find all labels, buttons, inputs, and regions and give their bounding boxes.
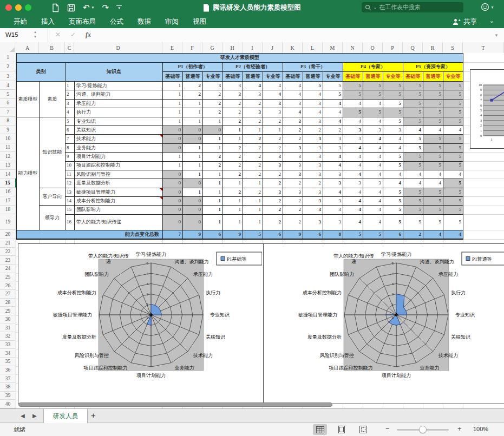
- value-cell[interactable]: 3: [323, 214, 343, 230]
- value-cell[interactable]: 0: [163, 197, 183, 206]
- value-cell[interactable]: 1: [183, 99, 203, 108]
- row-number-cell[interactable]: 1: [66, 82, 75, 90]
- value-cell[interactable]: 5: [383, 108, 403, 117]
- total-value-cell[interactable]: 9: [183, 230, 203, 239]
- value-cell[interactable]: 1: [163, 90, 183, 99]
- value-cell[interactable]: 2: [243, 99, 263, 108]
- zoom-in-icon[interactable]: +: [457, 425, 462, 433]
- value-cell[interactable]: 0: [163, 206, 183, 214]
- value-cell[interactable]: 2: [223, 170, 243, 179]
- value-cell[interactable]: 0: [163, 135, 183, 143]
- row-header-5[interactable]: 5: [0, 90, 16, 98]
- enter-formula-icon[interactable]: ✓: [70, 31, 76, 38]
- value-cell[interactable]: 4: [343, 143, 363, 152]
- value-cell[interactable]: 1: [203, 117, 223, 125]
- value-cell[interactable]: 3: [323, 170, 343, 179]
- value-cell[interactable]: 4: [403, 170, 423, 179]
- value-cell[interactable]: 5: [403, 153, 423, 161]
- knowledge-point-label[interactable]: 专业知识: [75, 117, 163, 125]
- row-header-23[interactable]: 23: [0, 256, 16, 265]
- value-cell[interactable]: 5: [383, 82, 403, 90]
- row-number-cell[interactable]: 7: [66, 135, 75, 143]
- row-number-cell[interactable]: 9: [66, 153, 75, 161]
- column-header-S[interactable]: S: [443, 42, 463, 53]
- value-cell[interactable]: 1: [223, 206, 243, 214]
- value-cell[interactable]: 2: [223, 117, 243, 125]
- value-cell[interactable]: 5: [443, 135, 463, 143]
- row-number-cell[interactable]: 16: [66, 214, 75, 230]
- value-cell[interactable]: 0: [163, 125, 183, 134]
- value-cell[interactable]: 5: [423, 135, 443, 143]
- value-cell[interactable]: 2: [183, 82, 203, 90]
- value-cell[interactable]: 1: [203, 179, 223, 188]
- value-cell[interactable]: 5: [443, 188, 463, 196]
- value-cell[interactable]: 3: [303, 135, 323, 143]
- value-cell[interactable]: 3: [303, 99, 323, 108]
- value-cell[interactable]: 2: [223, 161, 243, 170]
- knowledge-point-label[interactable]: 风险识别与管控: [75, 170, 163, 179]
- prev-sheet-arrow[interactable]: ◀: [21, 413, 25, 419]
- value-cell[interactable]: 4: [363, 197, 383, 206]
- value-cell[interactable]: 2: [263, 135, 283, 143]
- add-sheet-button[interactable]: +: [91, 411, 96, 420]
- sublevel-header[interactable]: 普通等: [303, 72, 323, 82]
- value-cell[interactable]: 4: [363, 117, 383, 125]
- ribbon-tab-6[interactable]: 审阅: [158, 15, 186, 28]
- value-cell[interactable]: 4: [283, 90, 303, 99]
- value-cell[interactable]: 5: [343, 90, 363, 99]
- value-cell[interactable]: 5: [343, 108, 363, 117]
- value-cell[interactable]: 4: [383, 170, 403, 179]
- value-cell[interactable]: 5: [323, 82, 343, 90]
- value-cell[interactable]: 2: [203, 153, 223, 161]
- row-header-30[interactable]: 30: [0, 315, 16, 324]
- value-cell[interactable]: 5: [403, 90, 423, 99]
- value-cell[interactable]: 5: [443, 197, 463, 206]
- column-header-B[interactable]: B: [39, 42, 65, 53]
- row-header-16[interactable]: 16: [0, 188, 16, 196]
- value-cell[interactable]: 1: [243, 214, 263, 230]
- row-header-35[interactable]: 35: [0, 358, 16, 366]
- value-cell[interactable]: 3: [343, 125, 363, 134]
- value-cell[interactable]: 5: [443, 206, 463, 214]
- row-header-37[interactable]: 37: [0, 374, 16, 383]
- row-number-cell[interactable]: 8: [66, 143, 75, 152]
- total-value-cell[interactable]: 4: [423, 230, 443, 239]
- total-value-cell[interactable]: 6: [383, 230, 403, 239]
- value-cell[interactable]: 2: [283, 179, 303, 188]
- value-cell[interactable]: 2: [223, 143, 243, 152]
- value-cell[interactable]: 3: [323, 179, 343, 188]
- value-cell[interactable]: 2: [243, 143, 263, 152]
- value-cell[interactable]: 3: [263, 108, 283, 117]
- level-header-2[interactable]: P2（有经验者）: [223, 63, 283, 72]
- value-cell[interactable]: 3: [283, 99, 303, 108]
- value-cell[interactable]: 1: [163, 161, 183, 170]
- row-header-38[interactable]: 38: [0, 383, 16, 392]
- worksheet-grid[interactable]: 1234567891011121314151617181920212223242…: [0, 53, 504, 408]
- value-cell[interactable]: 5: [403, 161, 423, 170]
- undo-dropdown-caret[interactable]: ▼: [91, 6, 95, 9]
- value-cell[interactable]: 0: [163, 143, 183, 152]
- knowledge-point-label[interactable]: 执行力: [75, 108, 163, 117]
- knowledge-point-label[interactable]: 带人的能力/知识传递: [75, 214, 163, 230]
- value-cell[interactable]: 3: [303, 206, 323, 214]
- value-cell[interactable]: 5: [423, 197, 443, 206]
- ribbon-tab-5[interactable]: 数据: [130, 15, 158, 28]
- value-cell[interactable]: 3: [303, 153, 323, 161]
- row-header-11[interactable]: 11: [0, 143, 16, 152]
- row-header-12[interactable]: 12: [0, 152, 16, 161]
- column-header-M[interactable]: M: [323, 42, 343, 53]
- value-cell[interactable]: 4: [363, 206, 383, 214]
- value-cell[interactable]: 2: [203, 161, 223, 170]
- value-cell[interactable]: 5: [443, 161, 463, 170]
- value-cell[interactable]: 0: [183, 197, 203, 206]
- row-header-34[interactable]: 34: [0, 349, 16, 358]
- total-value-cell[interactable]: 6: [203, 230, 223, 239]
- value-cell[interactable]: 4: [383, 135, 403, 143]
- value-cell[interactable]: 4: [343, 161, 363, 170]
- row-header-13[interactable]: 13: [0, 161, 16, 170]
- column-header-H[interactable]: H: [222, 42, 243, 53]
- value-cell[interactable]: 4: [443, 170, 463, 179]
- value-cell[interactable]: 4: [343, 197, 363, 206]
- row-header-1[interactable]: 1: [0, 53, 16, 62]
- row-header-17[interactable]: 17: [0, 196, 16, 205]
